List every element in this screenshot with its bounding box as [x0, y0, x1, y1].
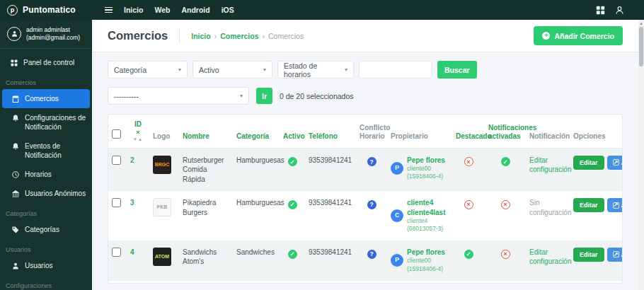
app-button[interactable]: ↗App — [607, 156, 623, 170]
breadcrumb-separator: › — [262, 32, 265, 40]
select-value: ---------- — [114, 92, 139, 100]
sort-clear-link[interactable]: × — [136, 129, 139, 136]
sidebar-section-categorias: Categorías — [0, 203, 92, 220]
select-value: Estado de horarios — [284, 62, 340, 79]
sidebar-item-label: Categorías — [25, 225, 59, 234]
sidebar-section-configuraciones: Configuraciones — [0, 275, 92, 290]
sidebar-item-comercios[interactable]: Comercios — [2, 89, 90, 108]
nav-link-ios[interactable]: iOS — [222, 6, 234, 14]
active-filter-select[interactable]: Activo▾ — [192, 61, 272, 79]
breadcrumb-current: Comercios — [268, 32, 304, 40]
check-icon: ✓ — [464, 250, 473, 259]
commerce-table: ID × ▼▲ Logo Nombre Categoría Activo Tel… — [108, 115, 623, 284]
owner-avatar: P — [391, 254, 403, 267]
breadcrumb-separator: › — [214, 32, 217, 40]
commerce-logo: PKB — [153, 198, 171, 216]
row-checkbox[interactable] — [112, 248, 121, 257]
col-propietario: Propietario — [387, 115, 452, 148]
check-icon: ✓ — [288, 157, 297, 166]
row-id-link[interactable]: 3 — [130, 199, 134, 207]
col-logo: Logo — [149, 115, 179, 148]
category-filter-select[interactable]: Categoría▾ — [108, 61, 188, 79]
add-commerce-label: Añadir Comercio — [554, 32, 614, 40]
user-email: (admin@gmail.com) — [26, 34, 80, 42]
sidebar-toggle-icon[interactable] — [105, 7, 113, 13]
row-checkbox[interactable] — [112, 156, 121, 165]
sort-toggle-icon[interactable]: ▼▲ — [133, 137, 143, 141]
sort-id-link[interactable]: ID — [134, 120, 142, 129]
sort-nombre-link[interactable]: Nombre — [183, 132, 209, 140]
sidebar-item-eventos-de-notificacion[interactable]: Eventos de Notificación — [0, 137, 92, 165]
app-button[interactable]: ↗App — [607, 248, 623, 262]
edit-button[interactable]: Editar — [573, 198, 604, 212]
commerce-category: Hamburguesas — [233, 191, 280, 240]
chevron-down-icon: ▾ — [178, 66, 181, 73]
edit-button[interactable]: Editar — [573, 156, 604, 170]
sidebar-item-label: Comercios — [25, 94, 59, 103]
owner-rut: (68013057-3) — [407, 225, 449, 233]
apps-grid-icon[interactable] — [596, 6, 605, 15]
row-id-link[interactable]: 2 — [130, 156, 134, 164]
nav-link-android[interactable]: Android — [181, 6, 209, 14]
commerce-category: Hamburguesas — [233, 148, 280, 191]
sidebar: admin adminlast (admin@gmail.com) Panel … — [0, 20, 92, 290]
sidebar-item-label: Horarios — [25, 170, 52, 179]
owner-name-link[interactable]: Pepe flores — [407, 248, 445, 257]
user-block[interactable]: admin adminlast (admin@gmail.com) — [0, 20, 92, 49]
owner-name-link[interactable]: Pepe flores — [407, 156, 445, 166]
unknown-icon: ? — [367, 157, 376, 166]
notification-config-link[interactable]: Editar configuración — [529, 156, 571, 174]
sort-destacado-link[interactable]: Destacado — [456, 132, 492, 140]
user-name: admin adminlast — [26, 26, 80, 34]
unknown-icon: ? — [367, 250, 376, 259]
sidebar-item-categorias[interactable]: Categorías — [0, 220, 92, 239]
notification-config-link[interactable]: Editar configuración — [529, 248, 571, 266]
commerce-phone: 93539841241 — [305, 148, 356, 191]
unknown-icon: ? — [367, 200, 376, 209]
bulk-action-select[interactable]: ----------▾ — [108, 87, 249, 105]
row-checkbox[interactable] — [112, 198, 121, 207]
owner-username: cliente00 — [407, 165, 445, 173]
row-id-link[interactable]: 4 — [130, 248, 134, 256]
select-value: Categoría — [114, 66, 146, 74]
commerce-name: Pikapiedra Burgers — [179, 191, 233, 240]
brand[interactable]: p Puntomatico — [0, 5, 92, 16]
breadcrumb: Inicio › Comercios › Comercios — [191, 32, 304, 40]
owner-name-link[interactable]: cliente4 cliente4last — [407, 198, 449, 217]
sort-activo-link[interactable]: Activo — [283, 132, 305, 140]
sidebar-item-horarios[interactable]: Horarios — [0, 165, 92, 184]
scrollbar-thumb[interactable] — [639, 27, 643, 66]
sort-categoria-link[interactable]: Categoría — [236, 132, 269, 140]
chevron-down-icon: ▾ — [263, 66, 266, 73]
sort-telefono-link[interactable]: Teléfono — [309, 132, 338, 140]
cross-icon: × — [464, 157, 473, 166]
search-button[interactable]: Buscar — [437, 61, 477, 79]
breadcrumb-inicio[interactable]: Inicio — [191, 32, 210, 40]
nav-link-inicio[interactable]: Inicio — [124, 6, 143, 14]
top-navbar: p Puntomatico Inicio Web Android iOS — [0, 0, 644, 20]
nav-link-web[interactable]: Web — [154, 6, 170, 14]
add-commerce-button[interactable]: + Añadir Comercio — [534, 26, 623, 45]
edit-button[interactable]: Editar — [573, 248, 604, 262]
sidebar-item-label: Usuarios Anónimos — [25, 189, 86, 198]
sidebar-item-panel-de-control[interactable]: Panel de control — [0, 53, 92, 72]
breadcrumb-comercios[interactable]: Comercios — [220, 32, 258, 40]
selection-status: 0 de 20 seleccionados — [280, 92, 354, 100]
sidebar-item-usuarios[interactable]: Usuarios — [0, 256, 92, 275]
go-button[interactable]: Ir — [256, 88, 272, 104]
col-opciones: Opciones — [570, 115, 623, 148]
brand-logo-icon: p — [7, 5, 18, 16]
divider — [179, 28, 180, 44]
sidebar-item-usuarios-anonimos[interactable]: Usuarios Anónimos — [0, 184, 92, 203]
external-link-icon: ↗ — [613, 202, 619, 209]
select-all-checkbox[interactable] — [112, 129, 121, 139]
schedule-status-filter-select[interactable]: Estado de horarios▾ — [277, 61, 354, 79]
account-icon[interactable] — [615, 6, 624, 15]
app-button[interactable]: ↗App — [607, 198, 623, 212]
commerce-phone: 93539841241 — [305, 281, 356, 284]
page-scrollbar[interactable]: ▲ — [638, 20, 644, 290]
owner-avatar: C — [391, 209, 403, 222]
scroll-up-arrow-icon[interactable]: ▲ — [638, 20, 644, 27]
sidebar-item-configuraciones-de-notificacion[interactable]: Configuraciones de Notificación — [0, 108, 92, 137]
search-input[interactable] — [359, 61, 432, 79]
